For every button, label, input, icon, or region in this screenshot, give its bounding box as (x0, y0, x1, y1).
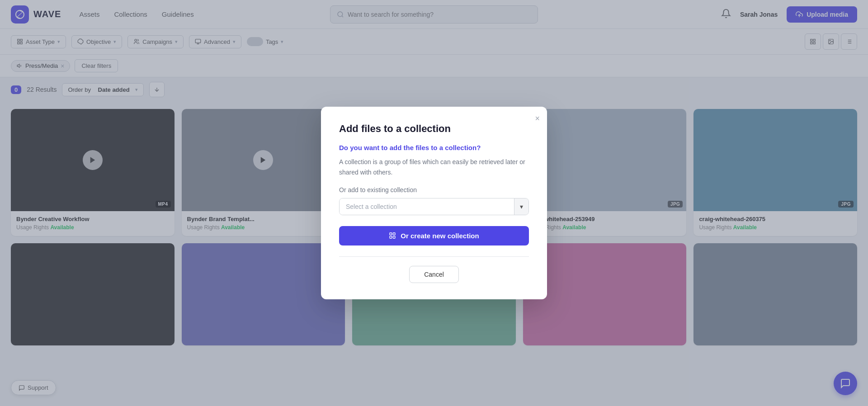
create-collection-icon (389, 232, 396, 239)
collection-dropdown-arrow[interactable]: ▾ (514, 198, 528, 215)
modal-subtitle: Do you want to add the files to a collec… (339, 144, 529, 151)
modal-title: Add files to a collection (339, 123, 529, 135)
modal-description: A collection is a group of files which c… (339, 157, 529, 177)
collection-select[interactable]: Select a collection ▾ (339, 198, 529, 215)
modal-divider (339, 256, 529, 257)
modal-or-label: Or add to existing collection (339, 186, 529, 194)
svg-rect-30 (390, 236, 392, 239)
collection-dropdown[interactable]: Select a collection (340, 198, 514, 215)
modal-close-button[interactable]: × (535, 114, 540, 123)
create-new-collection-button[interactable]: Or create new collection (339, 226, 529, 245)
svg-rect-29 (393, 233, 396, 235)
modal-overlay[interactable]: × Add files to a collection Do you want … (0, 0, 868, 406)
svg-rect-31 (393, 236, 396, 239)
svg-rect-28 (390, 233, 392, 235)
modal-cancel-button[interactable]: Cancel (409, 266, 459, 283)
add-to-collection-modal: × Add files to a collection Do you want … (321, 107, 547, 299)
